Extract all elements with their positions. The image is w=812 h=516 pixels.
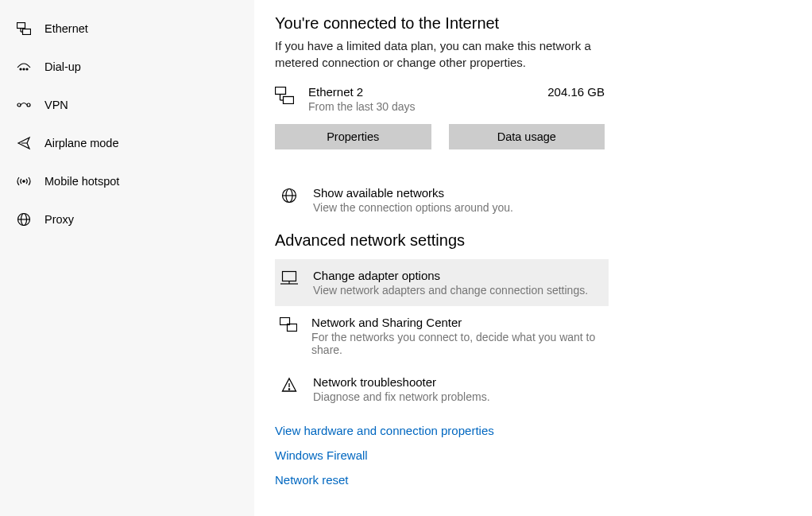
svg-rect-13 [276,87,286,95]
svg-rect-20 [283,272,296,281]
svg-point-8 [27,103,30,107]
sidebar-item-label: VPN [44,99,68,111]
troubleshoot-title: Network troubleshooter [313,375,490,389]
svg-point-4 [20,68,21,70]
vpn-icon [14,99,33,111]
sharing-sub: For the networks you connect to, decide … [311,331,604,356]
svg-point-9 [23,180,25,182]
globe-icon [280,188,299,204]
ethernet-icon [14,22,33,35]
page-subtitle: If you have a limited data plan, you can… [275,37,609,71]
sharing-title: Network and Sharing Center [311,316,604,329]
sidebar-item-label: Ethernet [44,22,88,35]
page-title: You're connected to the Internet [275,14,812,33]
link-network-reset[interactable]: Network reset [275,473,812,487]
hotspot-icon [14,175,33,188]
sidebar-item-dialup[interactable]: Dial-up [0,48,254,86]
data-usage-button[interactable]: Data usage [449,124,605,149]
svg-rect-14 [284,97,294,104]
sharing-icon [280,317,297,333]
proxy-icon [14,212,33,227]
adapter-icon [280,270,299,286]
sidebar: Ethernet Dial-up VPN Airplane mode Mobil… [0,0,254,516]
sidebar-item-proxy[interactable]: Proxy [0,200,254,239]
airplane-icon [14,136,33,150]
available-sub: View the connection options around you. [313,201,513,214]
sidebar-item-label: Proxy [44,213,74,226]
connection-name: Ethernet 2 [308,85,547,99]
sidebar-item-airplane[interactable]: Airplane mode [0,124,254,162]
dialup-icon [14,61,33,72]
svg-rect-1 [23,29,31,35]
svg-point-7 [17,103,21,107]
ethernet-large-icon [275,87,294,107]
advanced-heading: Advanced network settings [275,231,812,250]
adapter-sub: View network adapters and change connect… [313,284,588,297]
sidebar-item-ethernet[interactable]: Ethernet [0,10,254,48]
network-sharing-center[interactable]: Network and Sharing Center For the netwo… [275,306,609,366]
link-hardware-properties[interactable]: View hardware and connection properties [275,424,812,437]
connection-summary: Ethernet 2 From the last 30 days 204.16 … [275,85,605,113]
sidebar-item-label: Airplane mode [44,137,119,149]
sidebar-item-label: Dial-up [44,60,81,73]
troubleshoot-sub: Diagnose and fix network problems. [313,390,490,403]
change-adapter-options[interactable]: Change adapter options View network adap… [275,259,609,306]
warning-icon [280,377,299,393]
svg-point-5 [23,68,25,70]
sidebar-item-hotspot[interactable]: Mobile hotspot [0,162,254,200]
svg-point-6 [26,68,28,70]
available-title: Show available networks [313,186,513,200]
show-available-networks[interactable]: Show available networks View the connect… [275,177,609,223]
connection-usage: 204.16 GB [547,85,605,99]
svg-point-26 [288,389,289,390]
adapter-title: Change adapter options [313,269,588,282]
sidebar-item-vpn[interactable]: VPN [0,86,254,124]
link-windows-firewall[interactable]: Windows Firewall [275,448,812,462]
main-content: You're connected to the Internet If you … [254,0,812,516]
network-troubleshooter[interactable]: Network troubleshooter Diagnose and fix … [275,366,609,413]
connection-period: From the last 30 days [308,100,547,113]
sidebar-item-label: Mobile hotspot [44,175,119,188]
svg-rect-0 [17,23,25,29]
properties-button[interactable]: Properties [275,124,431,149]
